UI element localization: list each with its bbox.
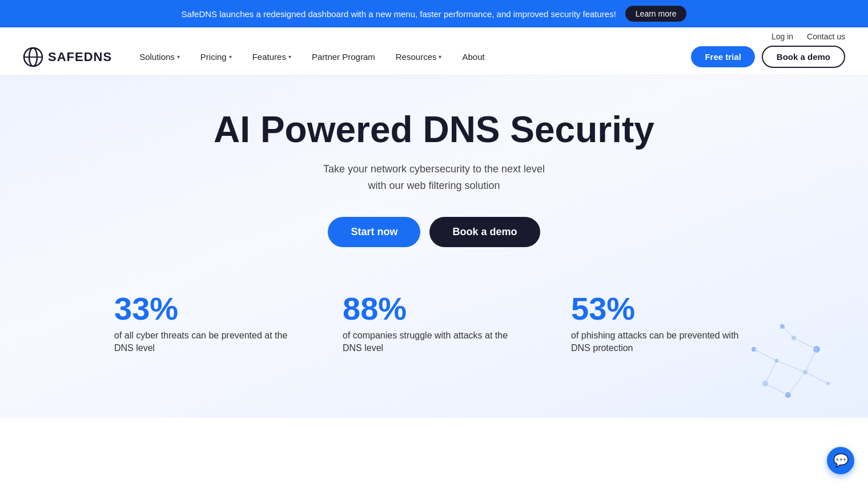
nav-item-about[interactable]: About [453, 47, 493, 66]
chevron-down-icon: ▾ [229, 54, 232, 60]
svg-line-17 [754, 349, 777, 361]
learn-more-button[interactable]: Learn more [625, 6, 687, 22]
svg-line-20 [765, 384, 788, 395]
nav-links: Solutions ▾ Pricing ▾ Features ▾ Partner… [130, 47, 691, 66]
svg-line-13 [777, 361, 805, 372]
stat-number-2: 53% [571, 293, 635, 325]
logo[interactable]: SAFEDNS [23, 47, 112, 67]
hero-section: AI Powered DNS Security Take your networ… [0, 75, 868, 418]
utility-nav: Log in Contact us [0, 27, 868, 46]
free-trial-button[interactable]: Free trial [691, 46, 754, 67]
main-nav: SAFEDNS Solutions ▾ Pricing ▾ Features ▾… [0, 46, 868, 75]
login-link[interactable]: Log in [771, 32, 793, 41]
nav-item-resources[interactable]: Resources ▾ [387, 47, 451, 66]
announcement-bar: SafeDNS launches a redesigned dashboard … [0, 0, 868, 27]
nav-item-partner-program[interactable]: Partner Program [303, 47, 384, 66]
chevron-down-icon: ▾ [439, 54, 441, 60]
chevron-down-icon: ▾ [177, 54, 180, 60]
stat-desc-0: of all cyber threats can be prevented at… [114, 329, 297, 355]
chevron-down-icon: ▾ [288, 54, 291, 60]
nav-item-features[interactable]: Features ▾ [243, 47, 300, 66]
logo-icon [23, 47, 43, 67]
network-visualization [674, 304, 834, 418]
nav-actions: Free trial Book a demo [691, 46, 845, 68]
svg-line-15 [794, 338, 817, 349]
book-demo-hero-button[interactable]: Book a demo [429, 217, 540, 247]
hero-buttons: Start now Book a demo [328, 217, 540, 247]
stat-number-1: 88% [343, 293, 407, 325]
hero-subtitle: Take your network cybersecurity to the n… [323, 161, 545, 194]
book-demo-nav-button[interactable]: Book a demo [762, 46, 845, 68]
logo-text: SAFEDNS [48, 50, 112, 64]
svg-line-19 [805, 372, 828, 384]
svg-line-18 [782, 326, 794, 338]
stat-desc-1: of companies struggle with attacks at th… [343, 329, 525, 355]
nav-item-pricing[interactable]: Pricing ▾ [191, 47, 241, 66]
nav-item-solutions[interactable]: Solutions ▾ [130, 47, 189, 66]
stat-number-0: 33% [114, 293, 178, 325]
svg-line-12 [788, 372, 805, 395]
contact-link[interactable]: Contact us [807, 32, 845, 41]
svg-line-14 [805, 349, 817, 372]
stat-item-0: 33% of all cyber threats can be prevente… [114, 293, 297, 355]
svg-line-16 [765, 361, 777, 384]
stat-item-1: 88% of companies struggle with attacks a… [343, 293, 525, 355]
hero-title: AI Powered DNS Security [214, 110, 654, 150]
start-now-button[interactable]: Start now [328, 217, 420, 247]
announcement-text: SafeDNS launches a redesigned dashboard … [182, 9, 616, 19]
